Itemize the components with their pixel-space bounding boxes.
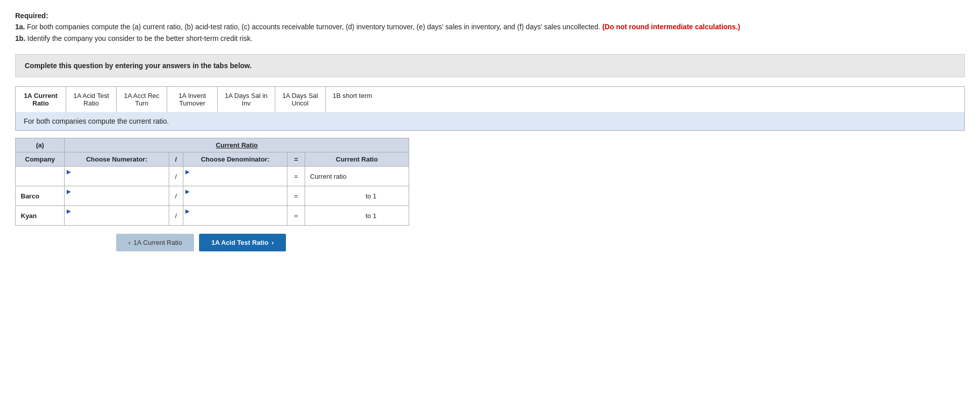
- col-header-numerator: Choose Numerator:: [65, 152, 169, 167]
- result-cell-kyan: to 1: [305, 206, 409, 226]
- header-title: Current Ratio: [65, 138, 409, 152]
- result-input-barco[interactable]: [310, 191, 361, 201]
- equals-cell-barco: =: [287, 186, 305, 206]
- denominator-arrow-1: ▶: [185, 169, 189, 175]
- denominator-arrow-kyan: ▶: [185, 208, 189, 214]
- numerator-arrow-kyan: ▶: [67, 208, 71, 214]
- numerator-cell-kyan[interactable]: ▶: [65, 206, 169, 226]
- line2-bold: 1b.: [15, 34, 25, 42]
- numerator-input-kyan[interactable]: [67, 215, 166, 224]
- slash-cell-barco: /: [169, 186, 183, 206]
- col-header-slash: /: [169, 152, 183, 167]
- header-a: (a): [16, 138, 65, 152]
- next-chevron-icon: ›: [271, 239, 273, 246]
- denominator-input-kyan[interactable]: [185, 215, 285, 224]
- instruction-text: Complete this question by entering your …: [25, 62, 252, 70]
- tab-1a-acct-rec[interactable]: 1A Acct RecTurn: [117, 87, 167, 112]
- line2-text: Identify the company you consider to be …: [25, 34, 253, 42]
- tab-content-text: For both companies compute the current r…: [24, 117, 169, 125]
- header-row-1: (a) Current Ratio: [16, 138, 409, 152]
- tab-1a-acid-test[interactable]: 1A Acid TestRatio: [66, 87, 117, 112]
- numerator-input-1[interactable]: [67, 175, 166, 185]
- col-header-company: Company: [16, 152, 65, 167]
- col-header-denominator: Choose Denominator:: [183, 152, 287, 167]
- company-cell-kyan: Kyan: [16, 206, 65, 226]
- col-header-result: Current Ratio: [305, 152, 409, 167]
- line1-text: For both companies compute the (a) curre…: [25, 23, 602, 31]
- denominator-arrow-barco: ▶: [185, 188, 189, 194]
- col-header-equals: =: [287, 152, 305, 167]
- numerator-cell-1[interactable]: ▶: [65, 167, 169, 186]
- equals-cell-kyan: =: [287, 206, 305, 226]
- table-row: Kyan ▶ / ▶ = to 1: [16, 206, 409, 226]
- prev-chevron-icon: ‹: [128, 239, 130, 246]
- tab-1a-days-sal-in[interactable]: 1A Days Sal inInv: [218, 87, 275, 112]
- bottom-nav: ‹ 1A Current Ratio 1A Acid Test Ratio ›: [116, 234, 965, 251]
- tab-1a-current-ratio[interactable]: 1A CurrentRatio: [16, 87, 66, 112]
- instruction-box: Complete this question by entering your …: [15, 54, 965, 77]
- tabs-container: 1A CurrentRatio 1A Acid TestRatio 1A Acc…: [15, 86, 965, 112]
- required-section: Required: 1a. For both companies compute…: [15, 10, 965, 44]
- line1-bold: 1a.: [15, 23, 25, 31]
- prev-button-label: 1A Current Ratio: [133, 239, 182, 246]
- numerator-cell-barco[interactable]: ▶: [65, 186, 169, 206]
- header-row-2: Company Choose Numerator: / Choose Denom…: [16, 152, 409, 167]
- table-row: Barco ▶ / ▶ = to 1: [16, 186, 409, 206]
- numerator-arrow-barco: ▶: [67, 188, 71, 194]
- denominator-cell-kyan[interactable]: ▶: [183, 206, 287, 226]
- result-label-1: Current ratio: [310, 173, 347, 180]
- tab-1b-short-term[interactable]: 1B short term: [326, 87, 379, 112]
- prev-button[interactable]: ‹ 1A Current Ratio: [116, 234, 194, 251]
- tab-1a-invent[interactable]: 1A InventTurnover: [167, 87, 218, 112]
- table-row: ▶ / ▶ = Current ratio: [16, 167, 409, 186]
- result-input-kyan[interactable]: [310, 211, 361, 221]
- main-table: (a) Current Ratio Company Choose Numerat…: [15, 138, 409, 226]
- denominator-cell-1[interactable]: ▶: [183, 167, 287, 186]
- denominator-input-1[interactable]: [185, 175, 285, 185]
- denominator-cell-barco[interactable]: ▶: [183, 186, 287, 206]
- line1-red: (Do not round intermediate calculations.…: [602, 23, 740, 31]
- slash-cell-kyan: /: [169, 206, 183, 226]
- company-cell-barco: Barco: [16, 186, 65, 206]
- next-button-label: 1A Acid Test Ratio: [211, 239, 268, 246]
- result-cell-1: Current ratio: [305, 167, 409, 186]
- company-cell-1: [16, 167, 65, 186]
- denominator-input-barco[interactable]: [185, 195, 285, 204]
- to1-label-barco: to 1: [366, 192, 377, 200]
- to1-label-kyan: to 1: [366, 212, 377, 220]
- numerator-arrow-1: ▶: [67, 169, 71, 175]
- slash-cell-1: /: [169, 167, 183, 186]
- next-button[interactable]: 1A Acid Test Ratio ›: [199, 234, 285, 251]
- numerator-input-barco[interactable]: [67, 195, 166, 204]
- result-cell-barco: to 1: [305, 186, 409, 206]
- required-title: Required:: [15, 12, 48, 20]
- tab-content-area: For both companies compute the current r…: [15, 112, 965, 131]
- equals-cell-1: =: [287, 167, 305, 186]
- tab-1a-days-sal-uncol[interactable]: 1A Days SalUncol: [275, 87, 326, 112]
